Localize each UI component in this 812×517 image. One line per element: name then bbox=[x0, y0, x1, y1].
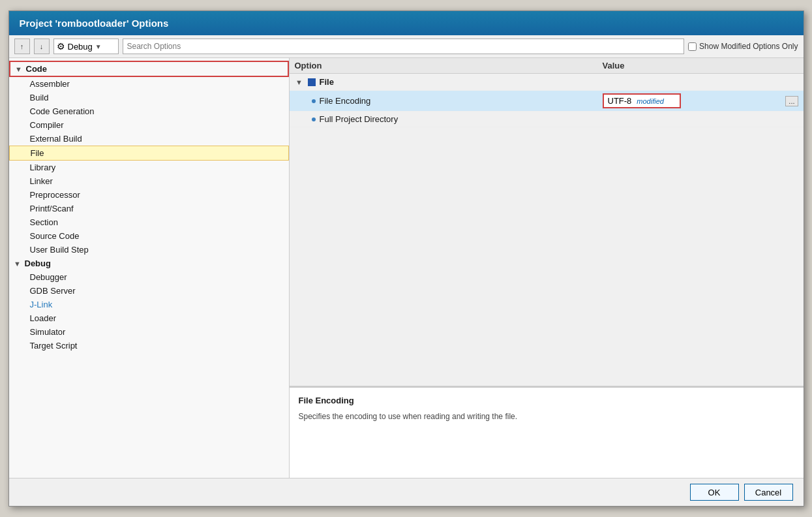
down-button[interactable]: ↓ bbox=[34, 39, 50, 54]
sidebar-item-j-link[interactable]: J-Link bbox=[9, 298, 289, 311]
table-section-file: ▼ File bbox=[290, 74, 804, 91]
sidebar-label-external-build: External Build bbox=[30, 134, 82, 144]
sidebar-item-gdb-server[interactable]: GDB Server bbox=[9, 284, 289, 298]
sidebar-label-loader: Loader bbox=[30, 313, 56, 323]
sidebar-label-source-code: Source Code bbox=[30, 231, 80, 241]
section-file-text: File bbox=[320, 77, 334, 87]
sidebar-label-debugger: Debugger bbox=[30, 272, 67, 282]
sidebar-item-code[interactable]: ▼ Code bbox=[9, 61, 289, 77]
table-row-file-encoding[interactable]: File Encoding UTF-8 modified ... bbox=[290, 91, 804, 112]
sidebar-label-debug-group: Debug bbox=[25, 258, 51, 268]
description-panel: File Encoding Specifies the encoding to … bbox=[290, 386, 804, 478]
right-panel: Option Value ▼ File bbox=[290, 58, 804, 478]
option-file-encoding-label: File Encoding bbox=[320, 96, 371, 106]
dialog-title: Project 'rombootloader' Options bbox=[20, 18, 169, 29]
section-expand-icon: ▼ bbox=[295, 78, 304, 86]
options-table: Option Value ▼ File bbox=[290, 58, 804, 386]
sidebar-item-printf-scanf[interactable]: Printf/Scanf bbox=[9, 202, 289, 215]
sidebar-label-linker: Linker bbox=[30, 176, 53, 186]
config-dropdown[interactable]: ⚙ Debug ▼ bbox=[53, 39, 119, 54]
cancel-button[interactable]: Cancel bbox=[744, 484, 793, 501]
modified-badge: modified bbox=[637, 97, 664, 105]
section-square-icon bbox=[308, 78, 316, 86]
sidebar-item-external-build[interactable]: External Build bbox=[9, 132, 289, 146]
toolbar: ↑ ↓ ⚙ Debug ▼ Show Modified Options Only bbox=[9, 35, 804, 58]
table-header: Option Value bbox=[290, 58, 804, 74]
option-dot-icon-2 bbox=[312, 118, 316, 121]
description-text: Specifies the encoding to use when readi… bbox=[299, 411, 794, 422]
value-outlined-file-encoding: UTF-8 modified bbox=[603, 93, 681, 108]
config-label: Debug bbox=[68, 42, 93, 52]
left-panel: ▼ Code Assembler Build Code Generation C… bbox=[9, 58, 290, 478]
dropdown-arrow-icon: ▼ bbox=[95, 43, 102, 50]
column-option: Option bbox=[295, 61, 603, 70]
sidebar-item-debugger[interactable]: Debugger bbox=[9, 270, 289, 284]
sidebar-label-j-link: J-Link bbox=[30, 300, 53, 309]
section-file-label: ▼ File bbox=[295, 77, 603, 87]
column-value: Value bbox=[603, 61, 798, 70]
search-input[interactable] bbox=[123, 39, 685, 54]
sidebar-item-target-script[interactable]: Target Script bbox=[9, 339, 289, 352]
sidebar-item-section[interactable]: Section bbox=[9, 215, 289, 229]
ellipsis-button-file-encoding[interactable]: ... bbox=[785, 96, 798, 106]
show-modified-text: Show Modified Options Only bbox=[699, 42, 798, 51]
sidebar-label-printf-scanf: Printf/Scanf bbox=[30, 204, 74, 213]
sidebar-label-build: Build bbox=[30, 93, 49, 102]
sidebar-label-code: Code bbox=[26, 64, 48, 74]
sidebar-item-library[interactable]: Library bbox=[9, 161, 289, 174]
footer: OK Cancel bbox=[9, 478, 804, 506]
option-dot-icon bbox=[312, 99, 316, 103]
sidebar-label-library: Library bbox=[30, 163, 56, 172]
sidebar-label-code-generation: Code Generation bbox=[30, 106, 95, 116]
sidebar-label-gdb-server: GDB Server bbox=[30, 286, 76, 296]
sidebar-label-user-build-step: User Build Step bbox=[30, 245, 89, 255]
dialog: Project 'rombootloader' Options ↑ ↓ ⚙ De… bbox=[8, 10, 804, 507]
file-encoding-value: UTF-8 bbox=[608, 96, 632, 106]
content-area: ▼ Code Assembler Build Code Generation C… bbox=[9, 58, 804, 478]
table-row-full-project-directory[interactable]: Full Project Directory bbox=[290, 112, 804, 127]
sidebar-item-debug-group[interactable]: ▼ Debug bbox=[9, 257, 289, 270]
expand-icon: ▼ bbox=[14, 65, 23, 73]
sidebar-label-section: Section bbox=[30, 217, 58, 227]
sidebar-label-simulator: Simulator bbox=[30, 327, 66, 337]
ok-button[interactable]: OK bbox=[690, 484, 739, 501]
sidebar-item-compiler[interactable]: Compiler bbox=[9, 118, 289, 132]
option-file-encoding: File Encoding bbox=[295, 96, 603, 106]
sidebar-label-file: File bbox=[31, 148, 44, 158]
sidebar-label-assembler: Assembler bbox=[30, 79, 70, 89]
sidebar-item-loader[interactable]: Loader bbox=[9, 311, 289, 325]
sidebar-item-code-generation[interactable]: Code Generation bbox=[9, 104, 289, 118]
sidebar-item-assembler[interactable]: Assembler bbox=[9, 77, 289, 91]
sidebar-item-source-code[interactable]: Source Code bbox=[9, 229, 289, 243]
expand-icon-debug: ▼ bbox=[13, 260, 22, 268]
sidebar-label-compiler: Compiler bbox=[30, 120, 64, 130]
sidebar-item-file[interactable]: File bbox=[9, 146, 289, 161]
option-full-project-directory-label: Full Project Directory bbox=[320, 114, 398, 124]
sidebar-item-preprocessor[interactable]: Preprocessor bbox=[9, 188, 289, 202]
sidebar-item-user-build-step[interactable]: User Build Step bbox=[9, 243, 289, 257]
show-modified-label[interactable]: Show Modified Options Only bbox=[688, 42, 798, 51]
option-full-project-directory: Full Project Directory bbox=[295, 114, 603, 124]
sidebar-label-preprocessor: Preprocessor bbox=[30, 190, 80, 200]
description-title: File Encoding bbox=[299, 396, 794, 405]
title-bar: Project 'rombootloader' Options bbox=[9, 11, 804, 35]
sidebar-label-target-script: Target Script bbox=[30, 341, 78, 351]
sidebar-item-simulator[interactable]: Simulator bbox=[9, 325, 289, 339]
up-button[interactable]: ↑ bbox=[14, 39, 30, 54]
sidebar-item-build[interactable]: Build bbox=[9, 91, 289, 104]
value-cell-file-encoding: UTF-8 modified ... bbox=[603, 93, 798, 108]
show-modified-checkbox[interactable] bbox=[688, 42, 697, 51]
sidebar-item-linker[interactable]: Linker bbox=[9, 174, 289, 188]
